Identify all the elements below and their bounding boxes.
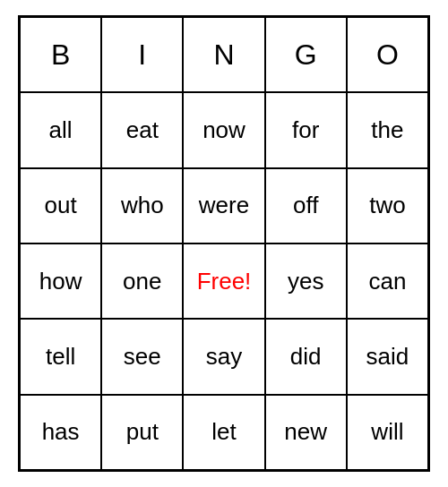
cell-5-5[interactable]: will <box>347 395 428 470</box>
cell-1-3[interactable]: now <box>183 92 264 167</box>
cell-4-1[interactable]: tell <box>20 319 101 394</box>
header-row: B I N G O <box>20 17 428 92</box>
row-5: has put let new will <box>20 395 428 470</box>
cell-3-1[interactable]: how <box>20 244 101 319</box>
header-B: B <box>20 17 101 92</box>
cell-4-4[interactable]: did <box>265 319 347 394</box>
row-1: all eat now for the <box>20 92 428 167</box>
cell-1-5[interactable]: the <box>347 92 428 167</box>
cell-1-2[interactable]: eat <box>101 92 183 167</box>
cell-3-5[interactable]: can <box>347 244 428 319</box>
cell-2-1[interactable]: out <box>20 168 101 244</box>
row-2: out who were off two <box>20 168 428 244</box>
cell-2-2[interactable]: who <box>101 168 183 244</box>
cell-3-4[interactable]: yes <box>265 244 347 319</box>
cell-1-1[interactable]: all <box>20 92 101 167</box>
cell-4-2[interactable]: see <box>101 319 183 394</box>
cell-5-4[interactable]: new <box>265 395 347 470</box>
cell-2-3[interactable]: were <box>183 168 264 244</box>
row-4: tell see say did said <box>20 319 428 394</box>
cell-5-2[interactable]: put <box>101 395 183 470</box>
cell-3-3-free[interactable]: Free! <box>183 244 264 319</box>
bingo-card: B I N G O all eat now for the out who we… <box>18 15 430 472</box>
cell-2-5[interactable]: two <box>347 168 428 244</box>
cell-2-4[interactable]: off <box>265 168 347 244</box>
cell-3-2[interactable]: one <box>101 244 183 319</box>
header-G: G <box>265 17 347 92</box>
cell-1-4[interactable]: for <box>265 92 347 167</box>
header-I: I <box>101 17 183 92</box>
row-3: how one Free! yes can <box>20 244 428 319</box>
header-N: N <box>183 17 264 92</box>
cell-4-5[interactable]: said <box>347 319 428 394</box>
cell-5-3[interactable]: let <box>183 395 264 470</box>
cell-5-1[interactable]: has <box>20 395 101 470</box>
header-O: O <box>347 17 428 92</box>
cell-4-3[interactable]: say <box>183 319 264 394</box>
